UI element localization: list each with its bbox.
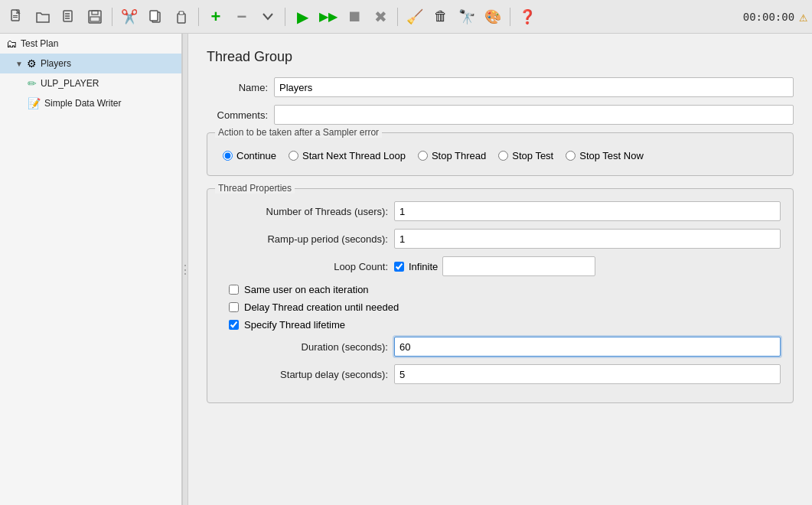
thread-properties-section: Thread Properties Number of Threads (use… bbox=[207, 188, 794, 403]
main-content: Thread Group Name: Comments: Action to b… bbox=[188, 34, 812, 505]
svg-rect-2 bbox=[13, 17, 18, 18]
radio-start-next-label: Start Next Thread Loop bbox=[302, 150, 406, 161]
loop-count-label: Loop Count: bbox=[220, 261, 388, 272]
sidebar-item-label: Players bbox=[41, 58, 71, 69]
radio-start-next[interactable]: Start Next Thread Loop bbox=[289, 150, 406, 161]
duration-input[interactable] bbox=[394, 337, 781, 357]
sidebar-item-ulp-player[interactable]: ✏ ULP_PLAYER bbox=[0, 73, 181, 93]
save-button[interactable] bbox=[83, 5, 107, 29]
delay-thread-row: Delay Thread creation until needed bbox=[220, 301, 781, 313]
infinite-label[interactable]: Infinite bbox=[409, 261, 438, 272]
radio-continue-label: Continue bbox=[236, 150, 276, 161]
warning-icon: ⚠ bbox=[799, 8, 807, 24]
error-action-section: Action to be taken after a Sampler error… bbox=[207, 132, 794, 176]
sidebar-item-label: ULP_PLAYER bbox=[41, 78, 99, 89]
players-icon: ⚙ bbox=[27, 57, 37, 70]
toolbar: ✂️ + − ▶ ▶▶ ⏹ ✖ 🧹 🗑 🔭 🎨 ❓ 00:00:00 ⚠ bbox=[0, 0, 812, 34]
svg-rect-12 bbox=[178, 14, 185, 23]
same-user-checkbox[interactable] bbox=[229, 285, 239, 295]
cut-button[interactable]: ✂️ bbox=[117, 5, 142, 29]
loop-count-input[interactable] bbox=[442, 256, 595, 276]
clear-all-button[interactable]: 🗑 bbox=[429, 5, 453, 29]
specify-lifetime-checkbox[interactable] bbox=[229, 320, 239, 330]
ulp-player-icon: ✏ bbox=[28, 77, 37, 90]
expand-arrow: ▼ bbox=[15, 60, 23, 68]
radio-start-next-input[interactable] bbox=[289, 151, 298, 161]
radio-continue-input[interactable] bbox=[223, 151, 233, 161]
startup-delay-row: Startup delay (seconds): bbox=[220, 364, 781, 384]
name-row: Name: bbox=[207, 77, 794, 97]
search-button[interactable]: 🔭 bbox=[455, 5, 479, 29]
toggle-button[interactable] bbox=[256, 5, 280, 29]
copy-button[interactable] bbox=[143, 5, 168, 29]
infinite-area: Infinite bbox=[394, 256, 595, 276]
comments-label: Comments: bbox=[207, 109, 268, 121]
specify-lifetime-row: Specify Thread lifetime bbox=[220, 319, 781, 331]
loop-count-row: Loop Count: Infinite bbox=[220, 256, 781, 276]
delay-thread-checkbox[interactable] bbox=[229, 302, 239, 312]
sidebar-item-label: Simple Data Writer bbox=[44, 98, 121, 109]
radio-stop-test-now-label: Stop Test Now bbox=[579, 150, 644, 161]
panel-title: Thread Group bbox=[207, 49, 794, 65]
remove-button[interactable]: − bbox=[230, 5, 254, 29]
radio-stop-test-input[interactable] bbox=[498, 151, 508, 161]
test-plan-icon: 🗂 bbox=[6, 37, 17, 50]
same-user-row: Same user on each iteration bbox=[220, 284, 781, 295]
num-threads-label: Number of Threads (users): bbox=[220, 206, 388, 217]
sidebar-item-simple-data-writer[interactable]: 📝 Simple Data Writer bbox=[0, 93, 181, 113]
radio-stop-test[interactable]: Stop Test bbox=[498, 150, 553, 161]
sidebar-item-label: Test Plan bbox=[21, 38, 58, 49]
duration-row: Duration (seconds): bbox=[220, 337, 781, 357]
infinite-checkbox[interactable] bbox=[394, 262, 404, 272]
start-button[interactable]: ▶ bbox=[290, 5, 315, 29]
name-label: Name: bbox=[207, 82, 268, 93]
svg-rect-1 bbox=[13, 15, 18, 16]
radio-stop-test-now-input[interactable] bbox=[566, 151, 576, 161]
open-button[interactable] bbox=[31, 5, 55, 29]
radio-stop-thread-label: Stop Thread bbox=[432, 150, 486, 161]
startup-delay-label: Startup delay (seconds): bbox=[220, 369, 388, 380]
time-value: 00:00:00 bbox=[743, 11, 794, 23]
shutdown-button[interactable]: ✖ bbox=[368, 5, 393, 29]
radio-stop-thread-input[interactable] bbox=[418, 151, 428, 161]
simple-data-writer-icon: 📝 bbox=[28, 97, 41, 109]
name-input[interactable] bbox=[274, 77, 794, 97]
radio-stop-test-label: Stop Test bbox=[512, 150, 553, 161]
sidebar-divider[interactable] bbox=[182, 34, 188, 505]
svg-rect-13 bbox=[179, 11, 184, 15]
delay-thread-label[interactable]: Delay Thread creation until needed bbox=[244, 301, 399, 313]
radio-group: Continue Start Next Thread Loop Stop Thr… bbox=[220, 144, 781, 168]
paste-button[interactable] bbox=[169, 5, 194, 29]
stop-button[interactable]: ⏹ bbox=[342, 5, 367, 29]
specify-lifetime-label[interactable]: Specify Thread lifetime bbox=[244, 319, 345, 331]
new-button[interactable] bbox=[5, 5, 29, 29]
comments-row: Comments: bbox=[207, 105, 794, 125]
radio-stop-thread[interactable]: Stop Thread bbox=[418, 150, 486, 161]
svg-rect-11 bbox=[150, 11, 158, 21]
same-user-label[interactable]: Same user on each iteration bbox=[244, 284, 369, 295]
comments-input[interactable] bbox=[274, 105, 794, 125]
duration-label: Duration (seconds): bbox=[220, 341, 388, 353]
help-button[interactable]: ❓ bbox=[515, 5, 540, 29]
close-button[interactable] bbox=[57, 5, 81, 29]
radio-continue[interactable]: Continue bbox=[223, 150, 276, 161]
sidebar-item-test-plan[interactable]: 🗂 Test Plan bbox=[0, 34, 181, 54]
sidebar-item-players[interactable]: ▼ ⚙ Players bbox=[0, 54, 181, 73]
thread-props-title: Thread Properties bbox=[215, 183, 295, 194]
error-action-title: Action to be taken after a Sampler error bbox=[215, 127, 382, 138]
num-threads-input[interactable] bbox=[394, 201, 781, 221]
timer-display: 00:00:00 ⚠ bbox=[743, 8, 807, 24]
ramp-up-label: Ramp-up period (seconds): bbox=[220, 233, 388, 245]
broom-button[interactable]: 🧹 bbox=[403, 5, 427, 29]
app-body: 🗂 Test Plan ▼ ⚙ Players ✏ ULP_PLAYER 📝 S… bbox=[0, 34, 812, 505]
paint-button[interactable]: 🎨 bbox=[481, 5, 505, 29]
add-button[interactable]: + bbox=[204, 5, 228, 29]
radio-stop-test-now[interactable]: Stop Test Now bbox=[566, 150, 644, 161]
sidebar: 🗂 Test Plan ▼ ⚙ Players ✏ ULP_PLAYER 📝 S… bbox=[0, 34, 182, 505]
num-threads-row: Number of Threads (users): bbox=[220, 201, 781, 221]
start-no-pause-button[interactable]: ▶▶ bbox=[316, 5, 341, 29]
ramp-up-row: Ramp-up period (seconds): bbox=[220, 229, 781, 249]
startup-delay-input[interactable] bbox=[394, 364, 781, 384]
svg-rect-9 bbox=[90, 17, 99, 21]
ramp-up-input[interactable] bbox=[394, 229, 781, 249]
